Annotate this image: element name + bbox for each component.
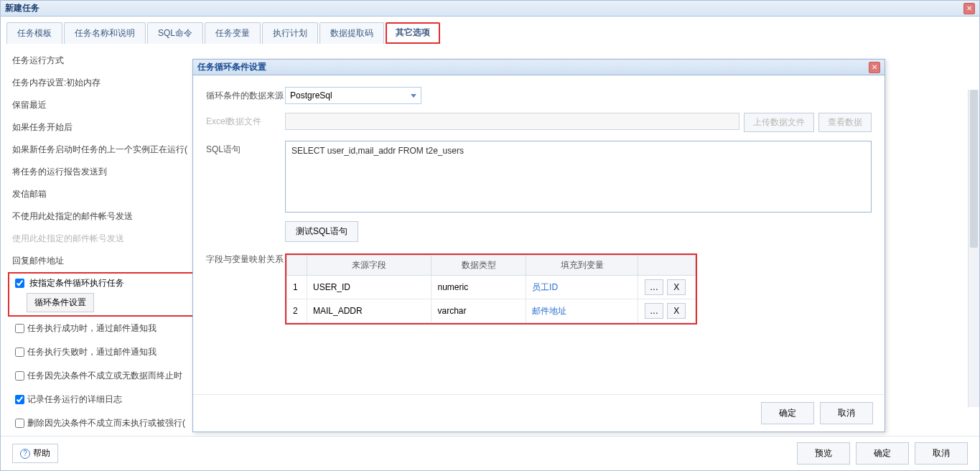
- main-footer: ? 帮助 预览 确定 取消: [1, 436, 979, 470]
- loop-settings-button[interactable]: 循环条件设置: [27, 293, 94, 312]
- cb-row-2: 任务执行失败时，通过邮件通知我: [12, 340, 199, 364]
- cb5[interactable]: [15, 419, 24, 428]
- loop-highlight: 按指定条件循环执行任务 循环条件设置: [8, 272, 199, 317]
- opt-memory: 任务内存设置:初始内存: [12, 72, 199, 94]
- opt-if-start: 如果任务开始后: [12, 116, 199, 139]
- dialog-footer: 确定 取消: [193, 394, 885, 432]
- excel-path-input: [285, 113, 739, 130]
- tabs: 任务模板 任务名称和说明 SQL命令 任务变量 执行计划 数据提取码 其它选项: [1, 17, 979, 44]
- dialog-title: 任务循环条件设置: [197, 61, 869, 73]
- ok-button[interactable]: 确定: [856, 442, 909, 465]
- remove-button[interactable]: X: [667, 279, 686, 295]
- dialog-titlebar: 任务循环条件设置 ✕: [193, 60, 885, 75]
- scroll-thumb[interactable]: [970, 90, 978, 248]
- cb2[interactable]: [15, 348, 24, 357]
- view-data-button[interactable]: 查看数据: [818, 113, 872, 132]
- dialog-ok-button[interactable]: 确定: [761, 402, 814, 424]
- tab-other-options[interactable]: 其它选项: [386, 22, 440, 44]
- opt-if-new: 如果新任务启动时任务的上一个实例正在运行(: [12, 139, 199, 161]
- browse-button[interactable]: …: [645, 279, 663, 295]
- mapping-label: 字段与变量映射关系: [206, 251, 285, 266]
- cb-row-5: 删除因先决条件不成立而未执行或被强行(: [12, 411, 199, 435]
- sql-label: SQL语句: [206, 141, 285, 156]
- loop-settings-dialog: 任务循环条件设置 ✕ 循环条件的数据来源 PostgreSql Excel数据文…: [192, 59, 885, 432]
- data-source-select[interactable]: PostgreSql: [285, 87, 421, 104]
- window-titlebar: 新建任务 ✕: [1, 1, 979, 17]
- table-row: 2 MAIL_ADDR varchar 邮件地址 … X: [287, 299, 696, 323]
- remove-button[interactable]: X: [667, 303, 686, 319]
- mapping-highlight: 来源字段 数据类型 填充到变量 1 USER_ID numeric 员工ID: [285, 253, 697, 325]
- cb1[interactable]: [15, 324, 24, 333]
- dialog-content: 循环条件的数据来源 PostgreSql Excel数据文件 上传数据文件 查看…: [193, 75, 885, 394]
- data-source-value: PostgreSql: [290, 90, 332, 101]
- cb-row-6: 如果任务中的所有附件模板的SQL语句都返: [12, 435, 199, 436]
- cb-row-1: 任务执行成功时，通过邮件通知我: [12, 317, 199, 340]
- col-var: 填充到变量: [526, 256, 638, 276]
- loop-checkbox[interactable]: [15, 279, 24, 288]
- close-icon[interactable]: ✕: [963, 3, 975, 14]
- tab-name-desc[interactable]: 任务名称和说明: [64, 22, 146, 44]
- tab-extract[interactable]: 数据提取码: [319, 22, 384, 44]
- cb3[interactable]: [15, 371, 24, 381]
- preview-button[interactable]: 预览: [797, 442, 850, 465]
- browse-button[interactable]: …: [645, 303, 663, 319]
- tab-schedule[interactable]: 执行计划: [262, 22, 318, 44]
- col-type: 数据类型: [431, 256, 526, 276]
- opt-keep-recent: 保留最近: [12, 94, 199, 116]
- chevron-down-icon: [411, 94, 416, 98]
- loop-label: 按指定条件循环执行任务: [29, 278, 124, 288]
- cb-row-4: 记录任务运行的详细日志: [12, 388, 199, 411]
- sql-textarea[interactable]: SELECT user_id,mail_addr FROM t2e_users: [285, 141, 872, 213]
- window-title: 新建任务: [5, 2, 963, 14]
- table-row: 1 USER_ID numeric 员工ID … X: [287, 276, 696, 299]
- dialog-close-icon[interactable]: ✕: [869, 62, 880, 73]
- upload-button[interactable]: 上传数据文件: [744, 113, 814, 132]
- help-button[interactable]: ? 帮助: [12, 444, 58, 463]
- var-link[interactable]: 员工ID: [526, 276, 638, 299]
- opt-run-mode: 任务运行方式: [12, 50, 199, 72]
- dialog-cancel-button[interactable]: 取消: [820, 402, 873, 424]
- excel-label: Excel数据文件: [206, 113, 285, 128]
- scrollbar[interactable]: [968, 90, 979, 407]
- col-source: 来源字段: [307, 256, 431, 276]
- tab-sql[interactable]: SQL命令: [147, 22, 203, 44]
- opt-send-mailbox: 发信邮箱: [12, 183, 199, 205]
- opt-report-to: 将任务的运行报告发送到: [12, 161, 199, 183]
- cb4[interactable]: [15, 395, 24, 404]
- option-list: 任务运行方式 任务内存设置:初始内存 保留最近 如果任务开始后 如果新任务启动时…: [12, 50, 199, 436]
- var-link[interactable]: 邮件地址: [526, 299, 638, 323]
- tab-template[interactable]: 任务模板: [6, 22, 62, 44]
- cb-row-3: 任务因先决条件不成立或无数据而终止时: [12, 364, 199, 388]
- mapping-table: 来源字段 数据类型 填充到变量 1 USER_ID numeric 员工ID: [286, 255, 696, 323]
- data-source-label: 循环条件的数据来源: [206, 87, 285, 102]
- opt-use-mail: 使用此处指定的邮件帐号发送: [12, 228, 199, 250]
- test-sql-button[interactable]: 测试SQL语句: [285, 221, 358, 242]
- cancel-button[interactable]: 取消: [915, 442, 968, 465]
- loop-checkbox-row: 按指定条件循环执行任务: [12, 276, 195, 290]
- help-icon: ?: [20, 449, 30, 459]
- tab-variables[interactable]: 任务变量: [205, 22, 261, 44]
- opt-not-use-mail: 不使用此处指定的邮件帐号发送: [12, 205, 199, 228]
- opt-reply-addr: 回复邮件地址: [12, 250, 199, 272]
